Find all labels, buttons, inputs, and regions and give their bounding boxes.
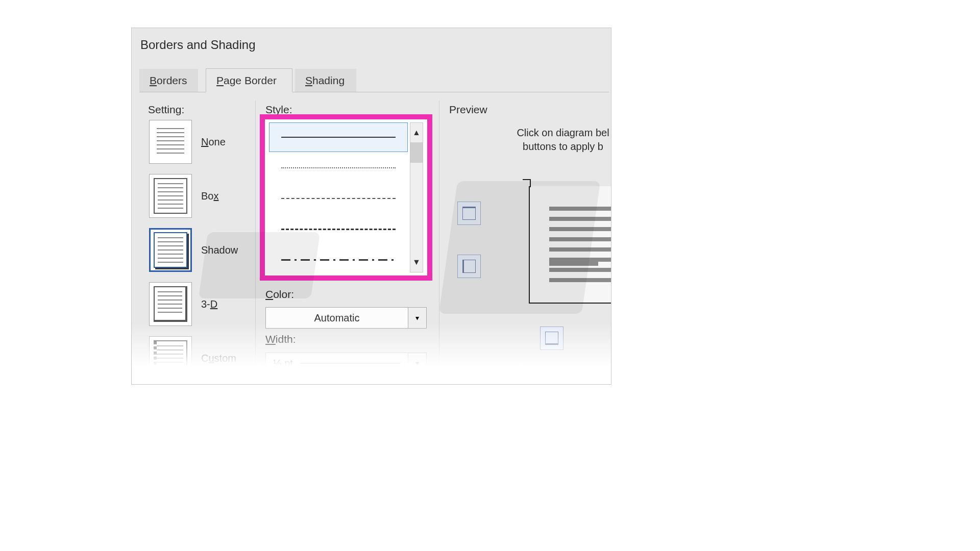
setting-3d[interactable]: 3-D <box>149 282 251 326</box>
setting-custom-icon <box>149 336 192 380</box>
width-label: Width: <box>265 333 296 345</box>
borders-and-shading-dialog: Borders and Shading Borders Page Border … <box>131 28 611 385</box>
color-value: Automatic <box>266 312 408 324</box>
style-scrollbar[interactable]: ▲ ▼ <box>410 122 423 272</box>
style-item-dash-dot[interactable] <box>269 245 408 274</box>
style-item-dashed-heavy[interactable] <box>269 214 408 244</box>
setting-box-icon <box>149 174 192 218</box>
tab-shading[interactable]: Shading <box>295 69 356 92</box>
preview-page-shortline <box>549 262 598 266</box>
preview-label: Preview <box>449 104 487 116</box>
setting-custom[interactable]: Custom <box>149 336 251 380</box>
color-dropdown[interactable]: Automatic ▾ <box>265 307 427 329</box>
scroll-up-icon[interactable]: ▲ <box>410 123 423 142</box>
tab-borders[interactable]: Borders <box>139 69 198 92</box>
preview-page-lines <box>549 207 611 282</box>
divider-right <box>439 101 439 384</box>
setting-label: Setting: <box>148 104 184 116</box>
chevron-down-icon[interactable]: ▾ <box>408 353 426 373</box>
width-dropdown[interactable]: ½ pt ▾ <box>265 353 427 374</box>
setting-none-icon <box>149 120 192 164</box>
preview-hint: Click on diagram bel buttons to apply b <box>509 126 611 154</box>
width-value: ½ pt <box>266 358 293 369</box>
setting-shadow-icon <box>149 228 192 272</box>
divider-left <box>255 101 256 384</box>
dialog-title: Borders and Shading <box>140 38 256 52</box>
style-item-solid[interactable] <box>269 122 408 152</box>
setting-3d-icon <box>149 282 192 326</box>
color-label: Color: <box>265 288 294 300</box>
setting-none[interactable]: None <box>149 120 251 164</box>
scroll-thumb[interactable] <box>410 142 423 163</box>
setting-box[interactable]: Box <box>149 174 251 218</box>
setting-custom-label: Custom <box>201 353 236 364</box>
style-list[interactable] <box>269 122 408 272</box>
chevron-down-icon[interactable]: ▾ <box>408 308 426 328</box>
style-item-dashed[interactable] <box>269 184 408 213</box>
setting-shadow[interactable]: Shadow <box>149 228 251 272</box>
setting-none-label: None <box>201 136 226 148</box>
tab-page-border[interactable]: Page Border <box>206 68 292 92</box>
setting-3d-label: 3-D <box>201 298 217 310</box>
width-sample-line <box>300 363 401 364</box>
preview-page-icon[interactable] <box>529 186 611 304</box>
setting-shadow-label: Shadow <box>201 244 238 256</box>
setting-box-label: Box <box>201 190 218 202</box>
style-list-highlight-frame: ▲ ▼ <box>260 114 432 281</box>
style-item-dotted[interactable] <box>269 153 408 183</box>
scroll-down-icon[interactable]: ▼ <box>410 253 423 272</box>
preview-left-border-button[interactable] <box>457 255 481 278</box>
tab-strip: Borders Page Border Shading <box>139 69 609 92</box>
preview-top-border-button[interactable] <box>457 202 481 225</box>
preview-bottom-border-button[interactable] <box>540 327 564 350</box>
